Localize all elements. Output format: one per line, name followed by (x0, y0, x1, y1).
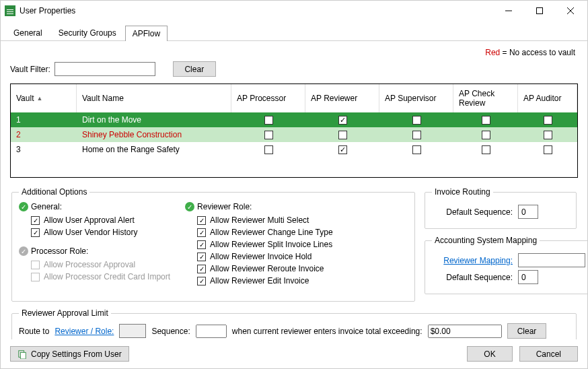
grid-checkbox[interactable] (338, 116, 347, 125)
check-circle-icon: ✓ (19, 202, 28, 211)
option-row[interactable]: Allow User Vendor History (19, 228, 170, 237)
grid-checkbox[interactable] (482, 145, 490, 154)
option-checkbox (31, 261, 40, 269)
grid-checkbox[interactable] (264, 131, 273, 139)
option-row: Allow Processor Credit Card Import (19, 272, 170, 281)
vault-filter-clear-button[interactable]: Clear (173, 61, 216, 77)
col-ap-auditor[interactable]: AP Auditor (518, 84, 577, 112)
grid-checkbox[interactable] (338, 145, 347, 154)
options-section-header: ✓Processor Role: (19, 246, 170, 256)
check-circle-icon: ✓ (185, 202, 194, 211)
option-label: Allow Reviewer Multi Select (210, 215, 309, 225)
window-title: User Properties (20, 6, 493, 15)
grid-checkbox[interactable] (412, 116, 421, 125)
table-row[interactable]: 3Home on the Range Safety (11, 142, 577, 157)
option-checkbox[interactable] (197, 240, 206, 249)
reviewer-mapping-link[interactable]: Reviewer Mapping: (432, 256, 513, 265)
grid-checkbox[interactable] (412, 145, 421, 154)
table-row[interactable]: 2Shiney Pebble Construction (11, 127, 577, 142)
grid-checkbox[interactable] (482, 116, 490, 125)
option-checkbox[interactable] (197, 216, 206, 225)
option-row[interactable]: Allow Reviewer Multi Select (185, 215, 333, 225)
option-row[interactable]: Allow Reviewer Change Line Type (185, 228, 333, 237)
reviewer-role-link[interactable]: Reviewer / Role: (54, 327, 114, 336)
option-row[interactable]: Allow Reviewer Invoice Hold (185, 252, 333, 261)
exceeding-label: when current reviewer enters invoice tot… (232, 327, 422, 336)
option-row: Allow Processor Approval (19, 260, 170, 269)
vault-filter-input[interactable] (54, 62, 155, 76)
svg-rect-0 (5, 5, 15, 16)
grid-checkbox[interactable] (264, 145, 273, 154)
option-label: Allow Processor Credit Card Import (44, 272, 170, 281)
grid-checkbox[interactable] (482, 131, 490, 139)
grid-checkbox[interactable] (544, 145, 552, 154)
minimize-button[interactable] (493, 1, 524, 20)
grid-checkbox[interactable] (264, 116, 273, 125)
col-ap-reviewer[interactable]: AP Reviewer (305, 84, 379, 112)
grid-checkbox[interactable] (412, 131, 421, 139)
col-vault-name[interactable]: Vault Name (77, 84, 231, 112)
col-vault[interactable]: Vault▲ (11, 84, 77, 112)
option-row[interactable]: Allow Reviewer Edit Invoice (185, 276, 333, 286)
option-label: Allow Reviewer Change Line Type (210, 228, 333, 237)
option-label: Allow Reviewer Edit Invoice (210, 276, 309, 286)
tab-general[interactable]: General (6, 25, 50, 40)
mapping-seq-input[interactable] (518, 270, 538, 284)
user-properties-window: User Properties General Security Groups … (0, 0, 588, 369)
mapping-seq-label: Default Sequence: (432, 273, 513, 282)
additional-options-legend: Additional Options (19, 187, 89, 197)
sequence-input[interactable] (196, 325, 227, 338)
title-bar: User Properties (1, 1, 587, 21)
options-section-header: ✓General: (19, 202, 170, 211)
option-label: Allow User Vendor History (44, 228, 137, 237)
vault-grid: Vault▲ Vault Name AP Processor AP Review… (10, 83, 578, 178)
option-checkbox (31, 273, 40, 281)
reviewer-approval-limit-legend: Reviewer Approval Limit (19, 308, 111, 318)
sequence-label: Sequence: (151, 327, 190, 336)
svg-rect-3 (20, 352, 26, 359)
option-label: Allow User Approval Alert (44, 215, 135, 225)
maximize-button[interactable] (524, 1, 555, 20)
option-checkbox[interactable] (31, 228, 40, 237)
tab-strip: General Security Groups APFlow (1, 25, 587, 41)
option-row[interactable]: Allow User Approval Alert (19, 215, 170, 225)
copy-settings-button[interactable]: Copy Settings From User (10, 346, 129, 362)
sort-asc-icon: ▲ (36, 95, 42, 102)
reviewer-approval-limit-group: Reviewer Approval Limit Route to Reviewe… (11, 308, 577, 339)
no-access-legend: Red = No access to vault (10, 48, 575, 57)
option-checkbox[interactable] (197, 253, 206, 261)
option-label: Allow Processor Approval (44, 260, 135, 269)
ok-button[interactable]: OK (467, 346, 512, 362)
copy-icon (17, 349, 27, 359)
reviewer-mapping-input[interactable] (518, 253, 585, 267)
tab-apflow[interactable]: APFlow (125, 26, 168, 41)
invoice-routing-group: Invoice Routing Default Sequence: (425, 187, 577, 229)
close-button[interactable] (555, 1, 586, 20)
option-row[interactable]: Allow Reviewer Reroute Invoice (185, 264, 333, 273)
grid-header: Vault▲ Vault Name AP Processor AP Review… (11, 84, 577, 112)
vault-filter-label: Vault Filter: (10, 65, 50, 74)
route-to-label: Route to (19, 327, 49, 336)
option-checkbox[interactable] (31, 216, 40, 225)
option-checkbox[interactable] (197, 277, 206, 286)
col-ap-check-review[interactable]: AP Check Review (453, 84, 518, 112)
grid-checkbox[interactable] (338, 131, 347, 139)
option-label: Allow Reviewer Invoice Hold (210, 252, 311, 261)
additional-options-scroll[interactable]: ✓General:Allow User Approval AlertAllow … (19, 202, 408, 296)
amount-input[interactable] (428, 325, 502, 338)
grid-checkbox[interactable] (544, 116, 552, 125)
grid-checkbox[interactable] (544, 131, 552, 139)
option-row[interactable]: Allow Reviewer Split Invoice Lines (185, 240, 333, 249)
reviewer-role-box[interactable] (119, 324, 146, 338)
tab-security-groups[interactable]: Security Groups (51, 25, 124, 40)
col-ap-supervisor[interactable]: AP Supervisor (379, 84, 453, 112)
svg-rect-1 (537, 8, 543, 14)
option-checkbox[interactable] (197, 265, 206, 273)
approval-clear-button[interactable]: Clear (507, 323, 547, 339)
option-checkbox[interactable] (197, 228, 206, 237)
routing-seq-input[interactable] (518, 205, 538, 219)
accounting-mapping-legend: Accounting System Mapping (432, 236, 540, 245)
cancel-button[interactable]: Cancel (519, 346, 578, 362)
col-ap-processor[interactable]: AP Processor (231, 84, 305, 112)
table-row[interactable]: 1Dirt on the Move (11, 112, 577, 127)
